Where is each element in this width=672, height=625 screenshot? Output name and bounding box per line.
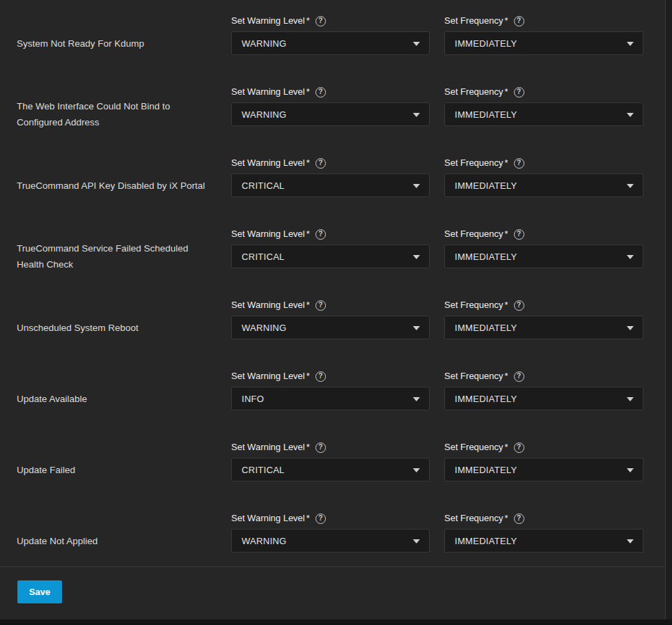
- required-marker: *: [505, 15, 508, 26]
- warning-level-field: Set Warning Level* ? WARNING: [231, 290, 444, 361]
- frequency-label: Set Frequency* ?: [444, 371, 643, 382]
- help-icon[interactable]: ?: [514, 514, 524, 524]
- warning-level-field: Set Warning Level* ? CRITICAL: [231, 432, 444, 503]
- chevron-down-icon: [627, 397, 634, 401]
- chevron-down-icon: [627, 255, 634, 259]
- frequency-label-text: Set Frequency: [444, 86, 503, 98]
- required-marker: *: [505, 86, 508, 98]
- help-icon[interactable]: ?: [315, 371, 326, 382]
- frequency-label-text: Set Frequency: [444, 513, 503, 524]
- required-marker: *: [306, 15, 310, 26]
- warning-level-label: Set Warning Level* ?: [231, 513, 444, 524]
- chevron-down-icon: [413, 184, 420, 188]
- warning-level-value: INFO: [232, 394, 264, 404]
- chevron-down-icon: [627, 113, 634, 117]
- alert-name-column: Unscheduled System Reboot: [17, 316, 231, 339]
- scrollbar-track[interactable]: [665, 0, 672, 619]
- frequency-value: IMMEDIATELY: [445, 109, 517, 120]
- frequency-label: Set Frequency* ?: [444, 513, 643, 524]
- alert-name-column: Update Available: [17, 387, 231, 410]
- warning-level-label-text: Set Warning Level: [231, 442, 305, 453]
- alert-name-column: Update Not Applied: [17, 529, 231, 553]
- warning-level-label: Set Warning Level* ?: [231, 229, 444, 240]
- warning-level-select[interactable]: CRITICAL: [231, 173, 430, 197]
- chevron-down-icon: [413, 326, 420, 330]
- help-icon[interactable]: ?: [315, 158, 326, 169]
- frequency-value: IMMEDIATELY: [445, 394, 517, 404]
- frequency-label-text: Set Frequency: [444, 15, 503, 26]
- frequency-field: Set Frequency* ? IMMEDIATELY: [444, 77, 643, 148]
- frequency-select[interactable]: IMMEDIATELY: [444, 31, 643, 55]
- frequency-value: IMMEDIATELY: [445, 252, 517, 262]
- frequency-field: Set Frequency* ? IMMEDIATELY: [444, 432, 643, 503]
- warning-level-label: Set Warning Level* ?: [231, 371, 444, 382]
- alert-row: The Web Interface Could Not Bind to Conf…: [0, 77, 672, 148]
- frequency-field: Set Frequency* ? IMMEDIATELY: [444, 503, 643, 574]
- warning-level-label-text: Set Warning Level: [231, 513, 305, 524]
- help-icon[interactable]: ?: [514, 16, 524, 26]
- help-icon[interactable]: ?: [514, 87, 524, 98]
- frequency-select[interactable]: IMMEDIATELY: [444, 529, 643, 553]
- frequency-label: Set Frequency* ?: [444, 300, 643, 311]
- warning-level-field: Set Warning Level* ? WARNING: [231, 503, 444, 574]
- frequency-value: IMMEDIATELY: [445, 38, 517, 49]
- warning-level-label-text: Set Warning Level: [231, 15, 305, 26]
- frequency-field: Set Frequency* ? IMMEDIATELY: [444, 290, 643, 361]
- frequency-select[interactable]: IMMEDIATELY: [444, 316, 643, 339]
- frequency-select[interactable]: IMMEDIATELY: [444, 245, 643, 268]
- warning-level-select[interactable]: WARNING: [231, 529, 430, 553]
- chevron-down-icon: [413, 113, 420, 117]
- warning-level-label: Set Warning Level* ?: [231, 157, 444, 169]
- frequency-label: Set Frequency* ?: [444, 157, 643, 169]
- frequency-value: IMMEDIATELY: [445, 536, 517, 546]
- warning-level-label: Set Warning Level* ?: [231, 86, 444, 98]
- form-actions-footer: Save: [0, 566, 665, 619]
- chevron-down-icon: [413, 539, 420, 543]
- warning-level-label: Set Warning Level* ?: [231, 300, 444, 311]
- chevron-down-icon: [627, 539, 634, 543]
- chevron-down-icon: [413, 255, 420, 259]
- help-icon[interactable]: ?: [315, 514, 326, 524]
- help-icon[interactable]: ?: [315, 229, 326, 240]
- alert-name: TrueCommand API Key Disabled by iX Porta…: [17, 178, 216, 194]
- help-icon[interactable]: ?: [315, 16, 326, 26]
- frequency-value: IMMEDIATELY: [445, 180, 517, 191]
- chevron-down-icon: [627, 468, 634, 472]
- required-marker: *: [505, 371, 508, 382]
- warning-level-select[interactable]: WARNING: [231, 102, 430, 126]
- help-icon[interactable]: ?: [514, 371, 524, 382]
- alert-name: Update Failed: [17, 462, 86, 478]
- frequency-select[interactable]: IMMEDIATELY: [444, 387, 643, 410]
- warning-level-label-text: Set Warning Level: [231, 371, 305, 382]
- required-marker: *: [505, 513, 508, 524]
- frequency-field: Set Frequency* ? IMMEDIATELY: [444, 148, 643, 219]
- warning-level-select[interactable]: CRITICAL: [231, 245, 430, 268]
- help-icon[interactable]: ?: [514, 158, 524, 169]
- warning-level-select[interactable]: CRITICAL: [231, 458, 430, 481]
- help-icon[interactable]: ?: [514, 229, 524, 240]
- help-icon[interactable]: ?: [514, 300, 524, 311]
- warning-level-select[interactable]: WARNING: [231, 31, 430, 55]
- help-icon[interactable]: ?: [315, 442, 326, 453]
- help-icon[interactable]: ?: [315, 87, 326, 98]
- alert-row: TrueCommand API Key Disabled by iX Porta…: [0, 148, 672, 219]
- help-icon[interactable]: ?: [514, 442, 524, 453]
- chevron-down-icon: [413, 42, 420, 46]
- frequency-select[interactable]: IMMEDIATELY: [444, 102, 643, 126]
- required-marker: *: [505, 442, 508, 453]
- help-icon[interactable]: ?: [315, 300, 326, 311]
- frequency-select[interactable]: IMMEDIATELY: [444, 458, 643, 481]
- warning-level-select[interactable]: INFO: [231, 387, 430, 410]
- alert-rows: System Not Ready For Kdump Set Warning L…: [0, 0, 672, 574]
- required-marker: *: [306, 371, 310, 382]
- alert-settings-panel: System Not Ready For Kdump Set Warning L…: [0, 0, 672, 625]
- frequency-field: Set Frequency* ? IMMEDIATELY: [444, 361, 643, 432]
- save-button[interactable]: Save: [17, 580, 62, 603]
- frequency-select[interactable]: IMMEDIATELY: [444, 173, 643, 197]
- alert-name: Unscheduled System Reboot: [17, 320, 150, 336]
- alert-name: Update Available: [17, 391, 98, 407]
- warning-level-select[interactable]: WARNING: [231, 316, 430, 339]
- warning-level-value: CRITICAL: [232, 252, 285, 262]
- alert-name: TrueCommand Service Failed Scheduled Hea…: [17, 240, 228, 272]
- frequency-label-text: Set Frequency: [444, 442, 503, 453]
